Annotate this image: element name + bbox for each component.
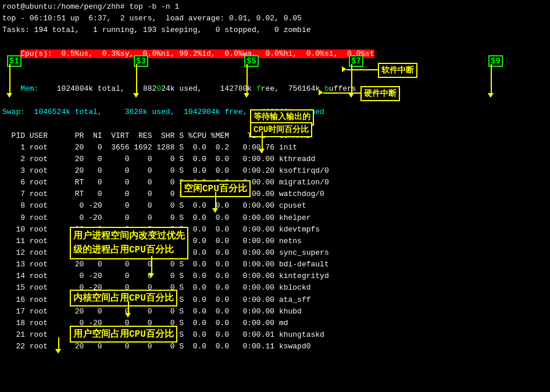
mem-line: Mem: 1024804k total, 882024k used, 14278… xyxy=(2,72,548,106)
proc-7: 7 root RT 0 0 0 0 S 0.0 0.0 0:00.00 watc… xyxy=(2,188,548,200)
neihe-cpu-label: 内核空间占用CPU百分比 xyxy=(70,290,177,307)
arrowhead-d1 xyxy=(6,93,12,98)
arrow-yonghu-neihe-v xyxy=(151,256,152,273)
arrow-d1 xyxy=(9,64,10,93)
arrowhead-d7 xyxy=(348,93,354,98)
arrowhead-neihe xyxy=(125,313,131,318)
arrow-d7 xyxy=(351,64,352,93)
arrowhead-yinjian xyxy=(319,90,323,95)
arrowhead-d3 xyxy=(133,93,139,98)
arrowhead-d9 xyxy=(488,93,494,98)
proc-8: 8 root 0 -20 0 0 0 S 0.0 0.0 0:00.00 cpu… xyxy=(2,200,548,212)
arrowhead-yonghu-neihe xyxy=(148,273,154,278)
yonghu-cpu-label: 用户空间占用CPU百分比 xyxy=(70,326,177,343)
time-line: top - 06:10:51 up 6:37, 2 users, load av… xyxy=(2,13,548,24)
arrowhead-d5 xyxy=(244,93,249,98)
arrowhead-dengdai xyxy=(259,149,265,154)
arrow-yinjian-h xyxy=(323,92,360,94)
proc-2: 2 root 20 0 0 0 0 S 0.0 0.0 0:00.00 kthr… xyxy=(2,154,548,165)
arrowhead-kongxian xyxy=(212,208,218,213)
proc-9: 9 root 0 -20 0 0 0 S 0.0 0.0 0:00.00 khe… xyxy=(2,212,548,224)
cpu-line: Cpu(s): 0.5%us, 0.3%sy, 0.0%ni, 99.2%id,… xyxy=(2,36,548,71)
arrow-d5 xyxy=(247,64,248,93)
proc-14: 14 root 0 -20 0 0 0 S 0.0 0.0 0:00.00 ki… xyxy=(2,270,548,282)
arrowhead-yonghu-cpu xyxy=(55,349,61,354)
yonghu-neihe-text2: 级的进程占用CPU百分比 xyxy=(73,245,174,255)
proc-17: 17 root 20 0 0 0 0 S 0.0 0.0 0:00.00 khu… xyxy=(2,306,548,318)
ruanjian-zhongduan-label: 软件中断 xyxy=(378,63,417,78)
yinjian-zhongduan-label: 硬件中断 xyxy=(360,86,400,101)
arrow-d9 xyxy=(491,64,492,93)
proc-13: 13 root 20 0 0 0 0 S 0.0 0.0 0:00.00 bdi… xyxy=(2,259,548,270)
proc-3: 3 root 20 0 0 0 0 S 0.0 0.0 0:00.20 ksof… xyxy=(2,165,548,177)
cmd-line: root@ubuntu:/home/peng/zhh# top -b -n 1 xyxy=(2,1,548,13)
dollar5-inline xyxy=(211,84,216,93)
yonghu-neihe-text1: 用户进程空间内改变过优先 xyxy=(73,231,185,241)
arrow-neihe-v xyxy=(128,301,129,313)
arrow-kongxian-v xyxy=(215,192,216,208)
proc-1: 1 root 20 0 3656 1692 1288 S 0.0 0.2 0:0… xyxy=(2,142,548,154)
dollar1-inline xyxy=(48,84,52,93)
arrowhead-ruanjian xyxy=(342,66,347,72)
arrow-dengdai-v xyxy=(262,131,263,149)
cpu-text: Cpu(s): 0.5%us, 0.3%sy, 0.0%ni, 99.2%id,… xyxy=(20,49,374,58)
dollar7-inline xyxy=(284,84,288,93)
yonghu-neihe-label: 用户进程空间内改变过优先 级的进程占用CPU百分比 xyxy=(70,227,188,259)
arrow-d3 xyxy=(136,64,137,93)
terminal: root@ubuntu:/home/peng/zhh# top -b -n 1 … xyxy=(0,0,550,392)
tasks-line: Tasks: 194 total, 1 running, 193 sleepin… xyxy=(2,24,548,36)
arrow-yonghu-cpu-v xyxy=(58,337,59,349)
proc-6: 6 root RT 0 0 0 0 S 0.0 0.0 0:00.00 migr… xyxy=(2,177,548,188)
cpu-time-label: CPU时间百分比 xyxy=(250,122,312,137)
proc-22: 22 root 20 0 0 0 0 S 0.0 0.0 0:00.11 ksw… xyxy=(2,341,548,352)
